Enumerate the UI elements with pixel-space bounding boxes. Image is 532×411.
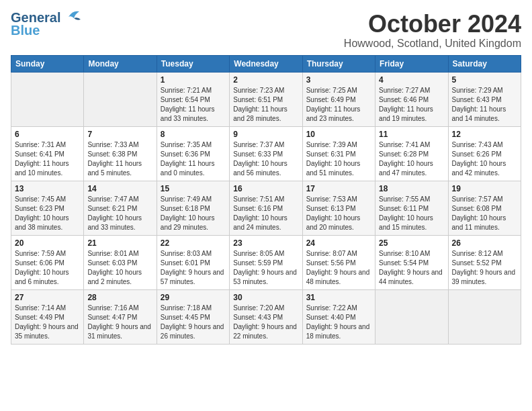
logo: General Blue <box>11 11 82 38</box>
day-cell: 27Sunrise: 7:14 AMSunset: 4:49 PMDayligh… <box>11 289 84 344</box>
day-cell: 24Sunrise: 8:07 AMSunset: 5:56 PMDayligh… <box>302 235 375 289</box>
day-cell: 16Sunrise: 7:51 AMSunset: 6:16 PMDayligh… <box>230 181 302 235</box>
day-info: Sunrise: 7:49 AMSunset: 6:18 PMDaylight:… <box>161 195 226 232</box>
day-cell <box>448 289 521 344</box>
day-number: 6 <box>15 130 80 139</box>
day-info: Sunrise: 7:16 AMSunset: 4:47 PMDaylight:… <box>87 304 152 341</box>
day-cell: 6Sunrise: 7:31 AMSunset: 6:41 PMDaylight… <box>11 126 84 181</box>
day-number: 7 <box>87 130 152 139</box>
day-cell: 14Sunrise: 7:47 AMSunset: 6:21 PMDayligh… <box>84 181 157 235</box>
week-row-5: 27Sunrise: 7:14 AMSunset: 4:49 PMDayligh… <box>11 289 521 344</box>
header-day-saturday: Saturday <box>448 55 521 72</box>
day-info: Sunrise: 7:57 AMSunset: 6:08 PMDaylight:… <box>452 195 517 232</box>
day-cell: 30Sunrise: 7:20 AMSunset: 4:43 PMDayligh… <box>230 289 302 344</box>
day-info: Sunrise: 7:21 AMSunset: 6:54 PMDaylight:… <box>161 86 226 124</box>
day-number: 3 <box>306 75 371 85</box>
day-cell: 9Sunrise: 7:37 AMSunset: 6:33 PMDaylight… <box>230 126 302 181</box>
day-number: 2 <box>233 75 298 85</box>
day-info: Sunrise: 7:55 AMSunset: 6:11 PMDaylight:… <box>379 195 444 232</box>
logo-text-blue: Blue <box>11 23 40 38</box>
day-info: Sunrise: 8:07 AMSunset: 5:56 PMDaylight:… <box>306 249 371 287</box>
day-cell: 5Sunrise: 7:29 AMSunset: 6:43 PMDaylight… <box>448 72 521 126</box>
day-info: Sunrise: 7:29 AMSunset: 6:43 PMDaylight:… <box>452 86 517 124</box>
day-cell: 28Sunrise: 7:16 AMSunset: 4:47 PMDayligh… <box>84 289 157 344</box>
day-info: Sunrise: 7:18 AMSunset: 4:45 PMDaylight:… <box>161 304 226 341</box>
day-number: 16 <box>233 184 298 193</box>
day-cell: 29Sunrise: 7:18 AMSunset: 4:45 PMDayligh… <box>157 289 229 344</box>
day-number: 25 <box>379 238 444 248</box>
day-cell: 21Sunrise: 8:01 AMSunset: 6:03 PMDayligh… <box>84 235 157 289</box>
day-number: 5 <box>452 75 517 85</box>
day-number: 24 <box>306 238 371 248</box>
day-number: 29 <box>161 293 226 302</box>
day-info: Sunrise: 8:12 AMSunset: 5:52 PMDaylight:… <box>452 249 517 287</box>
day-info: Sunrise: 7:47 AMSunset: 6:21 PMDaylight:… <box>87 195 152 232</box>
week-row-4: 20Sunrise: 7:59 AMSunset: 6:06 PMDayligh… <box>11 235 521 289</box>
day-cell: 31Sunrise: 7:22 AMSunset: 4:40 PMDayligh… <box>302 289 375 344</box>
day-number: 27 <box>15 293 80 302</box>
month-title: October 2024 <box>344 11 521 38</box>
day-info: Sunrise: 7:27 AMSunset: 6:46 PMDaylight:… <box>379 86 444 124</box>
header-day-thursday: Thursday <box>302 55 375 72</box>
day-info: Sunrise: 8:03 AMSunset: 6:01 PMDaylight:… <box>161 249 226 287</box>
week-row-1: 1Sunrise: 7:21 AMSunset: 6:54 PMDaylight… <box>11 72 521 126</box>
day-number: 22 <box>161 238 226 248</box>
day-number: 10 <box>306 130 371 139</box>
day-info: Sunrise: 7:51 AMSunset: 6:16 PMDaylight:… <box>233 195 298 232</box>
day-number: 4 <box>379 75 444 85</box>
day-cell: 10Sunrise: 7:39 AMSunset: 6:31 PMDayligh… <box>302 126 375 181</box>
day-cell: 3Sunrise: 7:25 AMSunset: 6:49 PMDaylight… <box>302 72 375 126</box>
day-cell: 18Sunrise: 7:55 AMSunset: 6:11 PMDayligh… <box>375 181 448 235</box>
day-cell: 22Sunrise: 8:03 AMSunset: 6:01 PMDayligh… <box>157 235 229 289</box>
header-day-friday: Friday <box>375 55 448 72</box>
day-info: Sunrise: 7:39 AMSunset: 6:31 PMDaylight:… <box>306 140 371 178</box>
day-info: Sunrise: 7:25 AMSunset: 6:49 PMDaylight:… <box>306 86 371 124</box>
header-day-tuesday: Tuesday <box>157 55 229 72</box>
day-info: Sunrise: 7:23 AMSunset: 6:51 PMDaylight:… <box>233 86 298 124</box>
day-number: 15 <box>161 184 226 193</box>
logo-bird-icon <box>62 9 82 24</box>
day-info: Sunrise: 8:01 AMSunset: 6:03 PMDaylight:… <box>87 249 152 287</box>
location: Howwood, Scotland, United Kingdom <box>344 38 521 50</box>
day-info: Sunrise: 7:22 AMSunset: 4:40 PMDaylight:… <box>306 304 371 341</box>
week-row-2: 6Sunrise: 7:31 AMSunset: 6:41 PMDaylight… <box>11 126 521 181</box>
day-info: Sunrise: 8:05 AMSunset: 5:59 PMDaylight:… <box>233 249 298 287</box>
day-cell: 15Sunrise: 7:49 AMSunset: 6:18 PMDayligh… <box>157 181 229 235</box>
day-cell <box>11 72 84 126</box>
day-info: Sunrise: 7:43 AMSunset: 6:26 PMDaylight:… <box>452 140 517 178</box>
day-cell: 7Sunrise: 7:33 AMSunset: 6:38 PMDaylight… <box>84 126 157 181</box>
day-number: 31 <box>306 293 371 302</box>
day-number: 19 <box>452 184 517 193</box>
day-number: 8 <box>161 130 226 139</box>
day-cell: 20Sunrise: 7:59 AMSunset: 6:06 PMDayligh… <box>11 235 84 289</box>
day-number: 23 <box>233 238 298 248</box>
day-cell: 13Sunrise: 7:45 AMSunset: 6:23 PMDayligh… <box>11 181 84 235</box>
day-cell: 25Sunrise: 8:10 AMSunset: 5:54 PMDayligh… <box>375 235 448 289</box>
day-cell <box>375 289 448 344</box>
day-number: 20 <box>15 238 80 248</box>
header-day-sunday: Sunday <box>11 55 84 72</box>
day-info: Sunrise: 7:53 AMSunset: 6:13 PMDaylight:… <box>306 195 371 232</box>
day-number: 14 <box>87 184 152 193</box>
day-cell: 2Sunrise: 7:23 AMSunset: 6:51 PMDaylight… <box>230 72 302 126</box>
day-cell: 4Sunrise: 7:27 AMSunset: 6:46 PMDaylight… <box>375 72 448 126</box>
day-number: 11 <box>379 130 444 139</box>
day-info: Sunrise: 7:31 AMSunset: 6:41 PMDaylight:… <box>15 140 80 178</box>
day-number: 12 <box>452 130 517 139</box>
day-info: Sunrise: 7:35 AMSunset: 6:36 PMDaylight:… <box>161 140 226 178</box>
day-info: Sunrise: 8:10 AMSunset: 5:54 PMDaylight:… <box>379 249 444 287</box>
day-cell: 1Sunrise: 7:21 AMSunset: 6:54 PMDaylight… <box>157 72 229 126</box>
day-cell: 12Sunrise: 7:43 AMSunset: 6:26 PMDayligh… <box>448 126 521 181</box>
day-info: Sunrise: 7:45 AMSunset: 6:23 PMDaylight:… <box>15 195 80 232</box>
day-cell: 11Sunrise: 7:41 AMSunset: 6:28 PMDayligh… <box>375 126 448 181</box>
day-cell: 19Sunrise: 7:57 AMSunset: 6:08 PMDayligh… <box>448 181 521 235</box>
header-day-wednesday: Wednesday <box>230 55 302 72</box>
header-row: SundayMondayTuesdayWednesdayThursdayFrid… <box>11 55 521 72</box>
day-number: 21 <box>87 238 152 248</box>
day-info: Sunrise: 7:41 AMSunset: 6:28 PMDaylight:… <box>379 140 444 178</box>
day-number: 17 <box>306 184 371 193</box>
day-info: Sunrise: 7:33 AMSunset: 6:38 PMDaylight:… <box>87 140 152 178</box>
day-number: 28 <box>87 293 152 302</box>
day-number: 1 <box>161 75 226 85</box>
page-header: General Blue October 2024 Howwood, Scotl… <box>11 11 521 50</box>
